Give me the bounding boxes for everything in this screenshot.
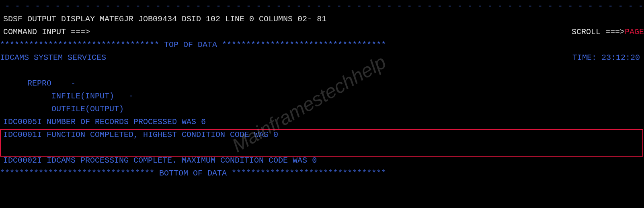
sdsf-header: SDSF OUTPUT DISPLAY MATEGJR JOB09434 DSI… — [3, 13, 326, 26]
command-input[interactable]: COMMAND INPUT ===> — [3, 26, 572, 39]
scroll-label: SCROLL ===> — [572, 26, 625, 39]
top-of-data-label: TOP OF DATA — [164, 39, 217, 51]
time-label: TIME: — [572, 53, 601, 62]
cursor-vertical-line — [157, 0, 157, 208]
time-value: 23:12:20 — [601, 53, 640, 62]
bottom-stars-right: ******************************** — [227, 167, 386, 180]
top-stars-left: ********************************* — [0, 39, 164, 51]
blank-line-1 — [0, 64, 644, 77]
message-idc0001i: IDC0001I FUNCTION COMPLETED, HIGHEST CON… — [3, 128, 278, 141]
scroll-value[interactable]: PAGE — [625, 26, 644, 39]
top-of-data-marker: ********************************* TOP OF… — [0, 39, 644, 51]
top-dashed-border: - - - - - - - - - - - - - - - - - - - - … — [0, 0, 644, 13]
bottom-stars-left: ******************************** — [0, 167, 159, 180]
message-idc0005i: IDC0005I NUMBER OF RECORDS PROCESSED WAS… — [3, 116, 206, 128]
bottom-of-data-marker: ******************************** BOTTOM … — [0, 167, 644, 180]
top-stars-right: ********************************** — [217, 39, 386, 51]
bottom-of-data-label: BOTTOM OF DATA — [159, 167, 227, 180]
infile-param: INFILE(INPUT) - — [3, 90, 133, 103]
blank-line-2 — [0, 141, 644, 154]
repro-command: REPRO - — [3, 77, 76, 90]
outfile-param: OUTFILE(OUTPUT) — [3, 103, 124, 116]
idcams-services-label: IDCAMS SYSTEM SERVICES — [0, 51, 572, 64]
message-idc0002i: IDC0002I IDCAMS PROCESSING COMPLETE. MAX… — [3, 154, 317, 167]
